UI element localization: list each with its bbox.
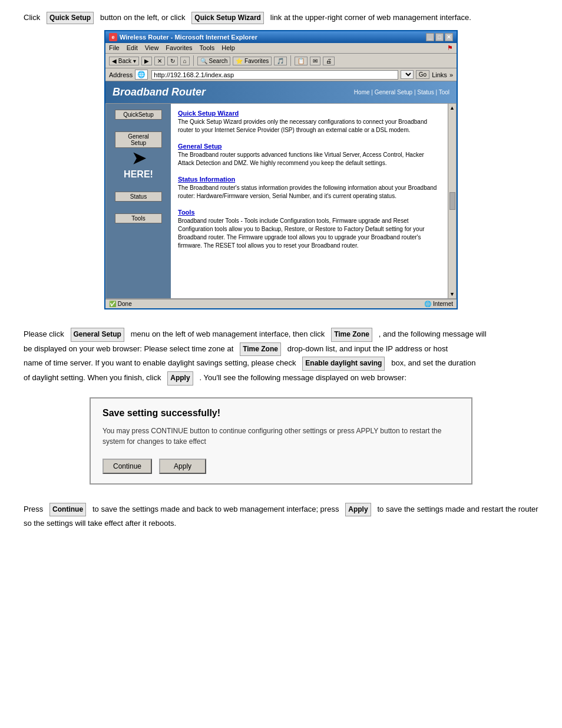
browser-statusbar: ✅ Done 🌐 Internet	[105, 299, 457, 308]
section-tools-title: Tools	[178, 209, 441, 216]
favorites-button[interactable]: ⭐ Favorites	[233, 57, 272, 65]
mi-prefix: Please click	[24, 330, 64, 338]
status-section: Status	[115, 192, 162, 202]
generalsetup-section: General Setup ➤ HERE!	[115, 131, 162, 180]
address-text: http://192.168.2.1/index.asp	[154, 71, 234, 78]
quick-setup-button-ref: Quick Setup	[47, 12, 94, 24]
section-quicksetup: Quick Setup Wizard The Quick Setup Wizar…	[178, 110, 441, 134]
print-button[interactable]: 🖨	[323, 57, 335, 65]
success-title: Save setting successfully!	[103, 408, 459, 419]
go-button[interactable]: Go	[416, 70, 429, 79]
minimize-button[interactable]: _	[426, 33, 434, 41]
mi-middle: menu on the left of web management inter…	[131, 330, 325, 338]
status-sidebar-button[interactable]: Status	[115, 192, 162, 202]
section-quicksetup-text: The Quick Setup Wizard provides only the…	[178, 118, 441, 134]
back-button[interactable]: ◀ Back ▾	[109, 57, 139, 65]
browser-title: Wireless Router - Microsoft Internet Exp…	[120, 34, 257, 41]
middle-instruction: Please click General Setup menu on the l…	[24, 327, 538, 385]
bottom-instruction: Press Continue to save the settings made…	[24, 502, 538, 531]
section-status-text: The Broadband router's status informatio…	[178, 184, 441, 200]
general-setup-menu-ref: General Setup	[71, 328, 124, 342]
top-suffix: link at the upper-right corner of web ma…	[270, 13, 471, 22]
scroll-up-icon[interactable]: ▲	[449, 105, 455, 111]
top-instruction: Click Quick Setup button on the left, or…	[24, 12, 538, 24]
router-page: Broadband Router Home | General Setup | …	[105, 81, 457, 299]
browser-titlebar: e Wireless Router - Microsoft Internet E…	[105, 31, 457, 43]
status-done-text: Done	[118, 301, 132, 307]
time-zone-dropdown-ref: Time Zone	[240, 342, 281, 357]
mi-line2: be displayed on your web browser: Please…	[24, 344, 233, 353]
tools-sidebar-button[interactable]: Tools	[115, 213, 162, 223]
links-chevron: »	[449, 71, 453, 78]
address-input-display[interactable]: http://192.168.2.1/index.asp	[151, 70, 398, 80]
browser-toolbar: ◀ Back ▾ ▶ ✕ ↻ ⌂ 🔍 Search ⭐ Favorites 🎵 …	[105, 54, 457, 68]
mail-button[interactable]: ✉	[310, 57, 320, 65]
menu-tools[interactable]: Tools	[200, 44, 215, 52]
stop-button[interactable]: ✕	[154, 57, 165, 65]
browser-menubar: File Edit View Favorites Tools Help ⚑	[105, 43, 457, 54]
tools-section: Tools	[115, 213, 162, 223]
browser-controls: _ □ ✕	[426, 33, 453, 41]
address-label: Address	[109, 71, 133, 78]
address-dropdown[interactable]	[401, 70, 414, 79]
quicksetup-section: QuickSetup	[115, 110, 162, 120]
section-generalsetup-title: General Setup	[178, 143, 441, 150]
address-bar: Address 🌐 http://192.168.2.1/index.asp G…	[105, 68, 457, 81]
home-button[interactable]: ⌂	[180, 57, 190, 65]
search-button[interactable]: 🔍 Search	[197, 57, 230, 65]
section-status-title: Status Information	[178, 176, 441, 183]
browser-window: e Wireless Router - Microsoft Internet E…	[104, 30, 458, 309]
apply-button-ref: Apply	[167, 371, 193, 386]
quicksetup-sidebar-button[interactable]: QuickSetup	[115, 110, 162, 120]
router-main: Quick Setup Wizard The Quick Setup Wizar…	[171, 104, 448, 298]
menu-edit[interactable]: Edit	[127, 44, 138, 52]
status-internet-text: Internet	[433, 301, 453, 307]
enable-daylight-checkbox-ref: Enable daylight saving	[302, 357, 385, 371]
top-middle: button on the left, or click	[100, 13, 186, 22]
menu-view[interactable]: View	[145, 44, 159, 52]
history-button[interactable]: 📋	[295, 57, 308, 65]
forward-button[interactable]: ▶	[141, 57, 152, 65]
menu-file[interactable]: File	[109, 44, 120, 52]
success-box: Save setting successfully! You may press…	[90, 397, 472, 485]
section-status: Status Information The Broadband router'…	[178, 176, 441, 200]
bi-prefix: Press	[24, 505, 43, 513]
close-button[interactable]: ✕	[445, 33, 453, 41]
continue-button[interactable]: Continue	[103, 459, 152, 474]
separator-2	[290, 55, 291, 66]
links-label: Links	[432, 71, 447, 78]
menu-help[interactable]: Help	[222, 44, 235, 52]
mi-line3: name of time server. If you want to enab…	[24, 358, 296, 367]
windows-flag-icon: ⚑	[447, 44, 453, 52]
titlebar-left: e Wireless Router - Microsoft Internet E…	[109, 33, 257, 41]
mi-line2-suffix: drop-down list, and input the IP address…	[287, 344, 448, 353]
section-generalsetup-text: The Broadband router supports advanced f…	[178, 151, 441, 167]
section-quicksetup-title: Quick Setup Wizard	[178, 110, 441, 117]
bi-middle: to save the settings made and back to we…	[92, 505, 339, 513]
restore-button[interactable]: □	[435, 33, 444, 41]
browser-icon: e	[109, 33, 117, 41]
status-left: ✅ Done	[109, 301, 132, 307]
apply-btn-ref: Apply	[345, 503, 371, 517]
router-header: Broadband Router Home | General Setup | …	[105, 81, 457, 103]
router-content: QuickSetup General Setup ➤ HERE! Status …	[105, 103, 457, 299]
menu-favorites[interactable]: Favorites	[166, 44, 192, 52]
separator-1	[193, 55, 194, 66]
router-sidebar: QuickSetup General Setup ➤ HERE! Status …	[106, 104, 171, 298]
time-zone-link-ref: Time Zone	[331, 328, 372, 342]
scrollbar[interactable]: ▲ ▼	[448, 104, 456, 298]
media-button[interactable]: 🎵	[274, 57, 287, 65]
mi-line4-suffix: . You'll see the following message displ…	[199, 373, 406, 382]
here-label: HERE!	[124, 169, 153, 180]
apply-button[interactable]: Apply	[159, 459, 206, 474]
generalsetup-sidebar-button[interactable]: General Setup	[115, 131, 162, 148]
scroll-down-icon[interactable]: ▼	[449, 291, 455, 297]
mi-line4-prefix: of daylight setting. When you finish, cl…	[24, 373, 161, 382]
section-tools: Tools Broadband router Tools - Tools inc…	[178, 209, 441, 250]
mi-line3-suffix: box, and set the duration	[391, 358, 475, 367]
success-text: You may press CONTINUE button to continu…	[103, 426, 459, 447]
router-nav-links: Home | General Setup | Status | Tool	[354, 89, 449, 95]
scroll-thumb[interactable]	[449, 192, 455, 210]
status-right: 🌐 Internet	[424, 301, 453, 307]
refresh-button[interactable]: ↻	[167, 57, 178, 65]
